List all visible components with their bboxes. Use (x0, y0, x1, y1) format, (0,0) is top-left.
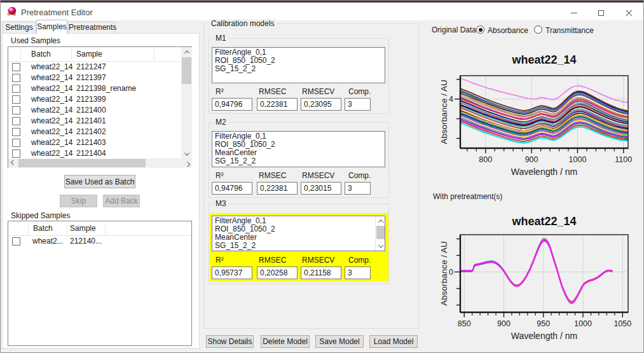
scroll-right-button[interactable] (182, 158, 192, 168)
app-icon (6, 6, 18, 17)
stat-label: RMSEC (259, 256, 286, 265)
svg-text:wheat22_14: wheat22_14 (511, 53, 576, 66)
stat-label: RMSEC (259, 171, 286, 180)
maximize-button[interactable] (591, 4, 611, 22)
stat-value-field[interactable]: 3 (345, 182, 371, 195)
horizontal-scrollbar[interactable] (8, 158, 192, 168)
row-checkbox[interactable] (12, 85, 20, 93)
row-checkbox[interactable] (12, 237, 20, 246)
sample-cell: 2121401 (76, 116, 106, 127)
tab-samples[interactable]: Samples (36, 20, 67, 34)
row-checkbox[interactable] (12, 95, 20, 104)
svg-text:1000: 1000 (574, 319, 592, 328)
stat-label: RMSECV (302, 87, 334, 96)
table-row[interactable]: wheat22_142121398_rename (8, 83, 181, 94)
tab-settings[interactable]: Settings (3, 22, 36, 34)
scroll-down-button[interactable] (376, 242, 385, 250)
table-row[interactable]: wheat22_142121400 (8, 105, 181, 116)
stat-label: RMSECV (302, 171, 334, 180)
column-header-batch[interactable]: Batch (31, 50, 51, 59)
scrollbar-thumb[interactable] (18, 159, 146, 167)
show-details-button[interactable]: Show Details (206, 335, 254, 348)
table-row[interactable]: wheat22_142121402 (8, 127, 181, 137)
stat-value-field[interactable]: 0,23015 (301, 182, 341, 195)
column-header-batch[interactable]: Batch (33, 224, 53, 233)
save-model-button[interactable]: Save Model (315, 335, 364, 348)
svg-text:900: 900 (497, 319, 510, 328)
batch-cell: wheat22_14 (31, 137, 72, 148)
stat-label: R² (216, 171, 224, 180)
row-checkbox[interactable] (12, 106, 20, 114)
used-samples-list[interactable]: Batch Sample wheat22_142121247wheat22_14… (8, 46, 192, 168)
stat-value-field[interactable]: 3 (345, 98, 371, 111)
vertical-scrollbar[interactable] (375, 216, 385, 251)
absorbance-radio-label[interactable]: Absorbance (488, 26, 528, 35)
pretreatment-list-box[interactable]: FilterAngle_0,1 ROI_850_1050_2 SG_15_2_2 (212, 47, 385, 83)
save-used-as-batch-button[interactable]: Save Used as Batch (64, 175, 135, 188)
stat-value-field[interactable]: 0,21158 (301, 266, 341, 279)
skipped-samples-list[interactable]: Batch Sample wheat2...212140... (8, 221, 192, 346)
load-model-button[interactable]: Load Model (369, 335, 418, 348)
stat-value-field[interactable]: 0,94796 (212, 98, 252, 111)
scroll-left-button[interactable] (8, 158, 18, 168)
svg-text:4: 4 (449, 95, 453, 104)
add-back-button[interactable]: Add Back (103, 195, 140, 207)
tab-pretreatments[interactable]: Pretreatments (68, 22, 115, 34)
column-separator (154, 49, 154, 60)
app-window: Pretreatment Editor Settings Samples Pre… (0, 0, 644, 353)
svg-text:Absorbance / AU: Absorbance / AU (439, 80, 449, 144)
row-checkbox[interactable] (12, 117, 20, 125)
stat-value-field[interactable]: 0,23095 (301, 98, 341, 111)
batch-cell: wheat22_14 (31, 127, 72, 137)
stat-value-field[interactable]: 0,94796 (212, 182, 252, 195)
row-checkbox[interactable] (12, 149, 20, 158)
svg-text:1000: 1000 (569, 155, 587, 164)
transmittance-radio[interactable] (534, 25, 542, 34)
stat-value-field[interactable]: 0,95737 (212, 266, 252, 279)
stat-label: Comp. (348, 87, 371, 96)
stat-value-field[interactable]: 0,20258 (257, 266, 298, 279)
chevron-down-icon (184, 150, 189, 155)
vertical-scrollbar[interactable] (181, 47, 192, 158)
transmittance-radio-label[interactable]: Transmittance (545, 26, 594, 35)
with-pretreatment-label: With pretreatment(s) (433, 192, 502, 201)
table-row[interactable]: wheat22_142121403 (8, 137, 181, 148)
table-row[interactable]: wheat22_142121399 (8, 94, 181, 105)
scrollbar-thumb[interactable] (182, 57, 191, 84)
skipped-samples-rows: wheat2...212140... (8, 236, 191, 345)
table-row[interactable]: wheat2...212140... (8, 236, 191, 247)
stat-value-field[interactable]: 0,22381 (257, 98, 298, 111)
svg-text:wheat22_14: wheat22_14 (511, 215, 576, 228)
sample-cell: 2121404 (76, 148, 106, 158)
delete-model-button[interactable]: Delete Model (261, 335, 310, 348)
stat-label: RMSECV (302, 256, 334, 265)
row-checkbox[interactable] (12, 128, 20, 136)
column-separator (71, 49, 72, 60)
pretreatment-list-box[interactable]: FilterAngle_0,1 ROI_850_1050_2 MeanCente… (212, 216, 385, 251)
stat-value-field[interactable]: 0,22381 (257, 182, 298, 195)
skip-button[interactable]: Skip (60, 195, 97, 207)
pretreatment-list-box[interactable]: FilterAngle_0,1 ROI_850_1050_2 MeanCente… (212, 131, 385, 167)
stat-value-field[interactable]: 3 (345, 266, 371, 279)
minimize-icon (571, 13, 577, 14)
table-row[interactable]: wheat22_142121397 (8, 73, 181, 83)
scroll-up-button[interactable] (181, 47, 192, 57)
window-title: Pretreatment Editor (21, 8, 93, 17)
scroll-up-button[interactable] (376, 217, 385, 225)
scrollbar-thumb[interactable] (376, 226, 385, 239)
absorbance-radio[interactable] (476, 25, 484, 34)
column-separator (67, 223, 67, 234)
row-checkbox[interactable] (12, 74, 20, 82)
minimize-button[interactable] (564, 4, 584, 22)
table-row[interactable]: wheat22_142121401 (8, 116, 181, 127)
scroll-down-button[interactable] (181, 149, 192, 158)
pretreated-data-chart: 850900950100010500wheat22_14Wavelength /… (438, 205, 643, 343)
chevron-up-icon (378, 219, 383, 225)
close-button[interactable] (619, 4, 639, 22)
row-checkbox[interactable] (12, 63, 20, 71)
table-row[interactable]: wheat22_142121404 (8, 148, 181, 158)
column-header-sample[interactable]: Sample (76, 50, 102, 59)
row-checkbox[interactable] (12, 139, 20, 147)
column-header-sample[interactable]: Sample (70, 224, 96, 233)
table-row[interactable]: wheat22_142121247 (8, 62, 181, 73)
